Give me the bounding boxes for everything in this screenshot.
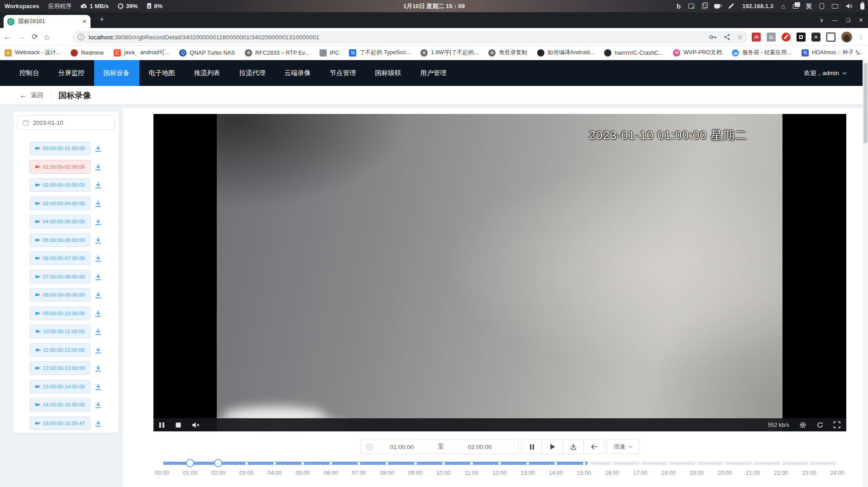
- bookmark-item[interactable]: ⊕免登录复制: [488, 49, 527, 57]
- download-record-button[interactable]: [95, 401, 104, 410]
- password-key-icon[interactable]: [709, 34, 717, 40]
- address-bar[interactable]: i localhost:38080/#/gbRecordDetail/34020…: [72, 31, 748, 43]
- back-button[interactable]: 返回: [31, 91, 43, 99]
- window-minimize-icon[interactable]: —: [832, 17, 838, 24]
- download-record-button[interactable]: [95, 144, 104, 153]
- refresh-icon[interactable]: [816, 421, 824, 429]
- bookmark-item[interactable]: WWVP-PRO文档: [673, 49, 722, 57]
- home-tray-icon[interactable]: ⌂: [781, 2, 785, 10]
- outline-extension-icon[interactable]: [826, 33, 835, 42]
- timeline-rest-track[interactable]: [589, 462, 837, 465]
- share-icon[interactable]: [724, 34, 730, 40]
- download-record-button[interactable]: [95, 346, 104, 355]
- display-tray-icon[interactable]: [832, 4, 838, 9]
- record-segment-button[interactable]: 05:00:00-06:00:00: [29, 233, 91, 247]
- pause-button[interactable]: [521, 440, 542, 454]
- download-record-button[interactable]: [95, 199, 104, 208]
- download-record-button[interactable]: [95, 364, 104, 373]
- scrollbar-thumb[interactable]: [863, 63, 868, 143]
- nav-item-1[interactable]: 控制台: [10, 60, 49, 86]
- bookmark-item[interactable]: Redmine: [71, 49, 104, 57]
- pause-icon[interactable]: [159, 422, 165, 428]
- bookmark-item[interactable]: IPC: [320, 49, 339, 57]
- tab-close-icon[interactable]: ✕: [82, 18, 87, 25]
- record-segment-button[interactable]: 01:00:00-02:00:00: [29, 160, 91, 174]
- bookmark-item[interactable]: ≡Webstack - 设计...: [5, 49, 61, 57]
- download-record-button[interactable]: [95, 327, 104, 336]
- nav-item-9[interactable]: 国标级联: [366, 60, 411, 86]
- window-close-icon[interactable]: ✕: [858, 17, 863, 24]
- browser-home-icon[interactable]: ⌂: [44, 33, 49, 42]
- volume-muted-icon[interactable]: [192, 422, 200, 428]
- user-menu[interactable]: 欢迎，admin: [804, 60, 847, 86]
- record-segment-button[interactable]: 11:00:00-12:00:00: [29, 343, 91, 357]
- bing-tray-icon[interactable]: b: [677, 2, 681, 10]
- bookmark-item[interactable]: ⊕1.8W字|了不起的...: [420, 49, 478, 57]
- input-language-indicator[interactable]: 英: [806, 2, 812, 10]
- download-record-button[interactable]: [95, 309, 104, 318]
- blocker-extension-icon[interactable]: [782, 33, 791, 42]
- volume-tray-icon[interactable]: [846, 3, 853, 9]
- download-record-button[interactable]: [95, 236, 104, 245]
- ip-address-indicator[interactable]: 192.168.1.3: [742, 3, 773, 9]
- printer-extension-icon[interactable]: ▤: [767, 33, 776, 42]
- date-picker-input[interactable]: 2023-01-10: [17, 115, 114, 130]
- caffeine-tray-icon[interactable]: [714, 4, 720, 9]
- window-menu-icon[interactable]: ∨: [820, 17, 824, 24]
- bookmark-star-icon[interactable]: ☆: [737, 33, 743, 41]
- record-segment-button[interactable]: 10:00:00-11:00:00: [29, 325, 91, 338]
- battery-tray-icon[interactable]: [860, 3, 864, 9]
- forward-nav-icon[interactable]: →: [18, 33, 25, 42]
- record-segment-button[interactable]: 13:00:00-14:00:00: [29, 380, 91, 393]
- download-record-button[interactable]: [95, 163, 104, 172]
- dark-square-extension-icon[interactable]: [796, 33, 806, 42]
- back-nav-icon[interactable]: ←: [4, 33, 11, 42]
- download-button[interactable]: [563, 440, 584, 454]
- download-record-button[interactable]: [95, 181, 104, 190]
- download-record-button[interactable]: [95, 217, 104, 227]
- record-segment-button[interactable]: 04:00:00-05:00:00: [29, 215, 91, 228]
- record-segment-button[interactable]: 09:00:00-10:00:00: [29, 307, 91, 320]
- record-segment-button[interactable]: 02:00:00-03:00:00: [29, 178, 91, 192]
- bookmark-item[interactable]: ⊕RFC2833 – RTP Ev...: [245, 49, 310, 57]
- windows-tray-icon[interactable]: [793, 4, 798, 9]
- clipboard-tray-icon[interactable]: [702, 4, 706, 9]
- play-button[interactable]: [542, 440, 563, 454]
- record-segment-button[interactable]: 07:00:00-08:00:00: [29, 270, 91, 284]
- browser-menu-icon[interactable]: ⋮: [858, 33, 864, 41]
- record-segment-button[interactable]: 06:00:00-07:00:00: [29, 251, 91, 265]
- nav-item-10[interactable]: 用户管理: [411, 60, 456, 86]
- profile-avatar[interactable]: [841, 32, 852, 43]
- phone-link-tray-icon[interactable]: [820, 3, 824, 9]
- step-back-button[interactable]: [584, 440, 605, 454]
- nav-item-7[interactable]: 云端录像: [275, 60, 320, 86]
- browser-tab[interactable]: 国标28181 ✕: [4, 15, 91, 28]
- record-segment-button[interactable]: 14:00:00-15:00:00: [29, 398, 91, 411]
- nav-item-5[interactable]: 推流列表: [185, 60, 230, 86]
- bookmark-item[interactable]: Cjava、android可...: [114, 49, 169, 57]
- fullscreen-icon[interactable]: [834, 421, 840, 428]
- time-range-picker[interactable]: 01:00:00 至 02:00:00: [360, 440, 519, 454]
- settings-gear-icon[interactable]: [799, 421, 806, 429]
- back-arrow-icon[interactable]: ←: [19, 91, 27, 100]
- download-record-button[interactable]: [95, 254, 104, 263]
- nav-item-4[interactable]: 电子地图: [139, 60, 185, 86]
- bookmark-item[interactable]: hairrrrr/C-CrashC...: [604, 49, 663, 57]
- bookmark-item[interactable]: 如何编译Android...: [537, 49, 595, 57]
- end-time-input[interactable]: 02:00:00: [451, 444, 509, 450]
- site-info-icon[interactable]: i: [78, 34, 84, 40]
- timeline-available-track[interactable]: [162, 462, 589, 465]
- video-player[interactable]: 2023-01-10 01:00:00 星期二 552 kb/s: [153, 114, 846, 431]
- stop-icon[interactable]: [176, 422, 181, 428]
- speed-dropdown[interactable]: 倍速: [606, 440, 640, 454]
- download-record-button[interactable]: [95, 383, 104, 392]
- bookmark-item[interactable]: NHDAtmos :: 种子 *...: [801, 49, 862, 57]
- nav-item-8[interactable]: 节点管理: [320, 60, 366, 86]
- download-record-button[interactable]: [95, 291, 104, 300]
- record-segment-button[interactable]: 00:00:00-01:00:00: [29, 142, 91, 155]
- start-time-input[interactable]: 01:00:00: [373, 444, 431, 450]
- bookmark-item[interactable]: 知了不起的 TypeScri...: [349, 49, 410, 57]
- pen-tray-icon[interactable]: [729, 3, 734, 9]
- new-tab-button[interactable]: +: [96, 14, 108, 25]
- puzzle-extensions-icon[interactable]: ⚙: [811, 33, 820, 42]
